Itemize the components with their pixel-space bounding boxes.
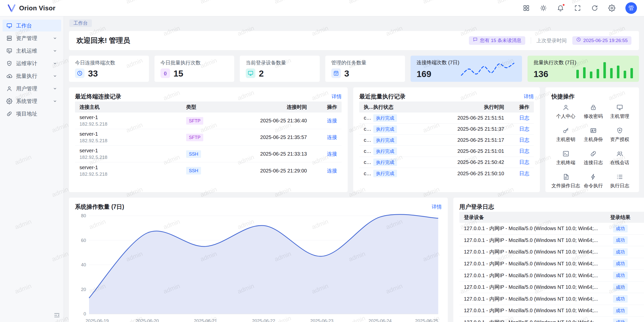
table-row: 127.0.0.1 - 内网IP - Mozilla/5.0 (Windows … [459,281,644,293]
log-link[interactable]: 日志 [519,148,529,154]
host-ip: 182.92.5.218 [79,171,186,178]
table-row: color 执行完成 2025-06-25 21:50:10 日志 [359,168,534,179]
password-icon [590,104,597,111]
exec-desc: color [364,148,373,154]
table-row: 127.0.0.1 - 内网IP - Mozilla/5.0 (Windows … [459,270,644,281]
connect-link[interactable]: 连接 [327,168,337,173]
connect-link[interactable]: 连接 [327,134,337,140]
link-icon [6,111,12,117]
last-login-label: 上次登录时间 [537,37,567,44]
status-tag: 执行完成 [373,136,397,144]
apps-icon[interactable] [523,5,530,12]
protocol-tag: SFTP [186,117,203,125]
connect-link[interactable]: 连接 [327,118,337,123]
panel-title: 快捷操作 [551,93,575,100]
exec-desc: color [364,171,373,176]
quick-action-key[interactable]: 主机密钥 [551,127,580,143]
table-row: server-1 182.92.5.218 SSH 2025-06-25 21:… [75,146,342,162]
result-tag: 成功 [613,307,628,314]
system-icon [6,98,12,104]
quick-action-monitor[interactable]: 主机管理 [607,104,633,120]
sidebar-collapse-button[interactable] [54,312,60,318]
log-link[interactable]: 日志 [519,126,529,132]
session-icon [616,150,623,157]
unread-messages-badge[interactable]: 您有 15 条未读消息 [469,36,525,45]
quick-action-password[interactable]: 修改密码 [580,104,607,120]
app-layout: 工作台 资产管理 主机运维 运维审计 批量执行 用户管理 系统管理 项目地址 [0,16,644,322]
table-row: 127.0.0.1 - 内网IP - Mozilla/5.0 (Windows … [459,223,644,235]
sidebar-item-system[interactable]: 系统管理 [3,95,61,107]
welcome-title: 欢迎回来! 管理员 [76,36,130,45]
quick-action-user[interactable]: 个人中心 [551,104,580,120]
quick-action-identity[interactable]: 主机身份 [580,127,607,143]
clock-icon [576,36,581,45]
app-title: Orion Visor [19,4,55,12]
user-avatar[interactable]: 管 [625,2,637,14]
file-log-icon [562,173,569,180]
key-icon [562,127,569,134]
message-icon [473,36,478,45]
svg-text:2025-06-25: 2025-06-25 [415,318,438,322]
log-link[interactable]: 日志 [519,137,529,143]
quick-action-link-log[interactable]: 连接日志 [580,150,607,166]
quick-action-grant[interactable]: 资产授权 [607,127,633,143]
sidebar-item-audit[interactable]: 运维审计 [3,57,61,69]
trend-card: 连接终端次数 (7日) 169 [411,56,522,82]
sidebar-item-users[interactable]: 用户管理 [3,83,61,94]
quick-action-file-log[interactable]: 文件操作日志 [551,173,580,189]
result-tag: 成功 [613,318,628,322]
stat-card: 当前登录设备数量 2 [240,56,320,82]
exec-time: 2025-06-25 21:51:01 [421,148,504,154]
breadcrumb: 工作台 [69,19,638,27]
terminal-icon [562,150,569,157]
login-time: 2025-03-29 17:42:50 [639,284,644,290]
sidebar-item-host-ops[interactable]: 主机运维 [3,45,61,57]
notifications-icon[interactable] [557,5,564,12]
connect-link[interactable]: 连接 [327,151,337,157]
quick-action-command[interactable]: 命令执行 [580,173,607,189]
refresh-icon[interactable] [591,5,598,12]
status-tag: 执行完成 [373,125,397,133]
terminal-table-head: 连接主机类型连接时间操作 [75,101,342,113]
sidebar-item-workbench[interactable]: 工作台 [3,20,61,31]
sidebar-item-batch[interactable]: 批量执行 [3,70,61,82]
svg-text:2025-06-20: 2025-06-20 [136,318,159,322]
terminal-detail-link[interactable]: 详情 [332,93,342,100]
sidebar-item-link[interactable]: 项目地址 [3,108,61,120]
panel-title: 用户登录日志 [459,203,494,211]
panel-title: 最近终端连接记录 [75,93,121,100]
settings-icon[interactable] [608,5,615,12]
column-header: 类型 [186,104,224,111]
log-link[interactable]: 日志 [519,115,529,121]
column-header: 登录结果 [601,214,639,221]
quick-action-session[interactable]: 在线会话 [607,150,633,166]
chart-detail-link[interactable]: 详情 [432,203,442,210]
login-device: 127.0.0.1 - 内网IP - Mozilla/5.0 (Windows … [464,225,601,232]
result-tag: 成功 [613,272,628,279]
table-row: 127.0.0.1 - 内网IP - Mozilla/5.0 (Windows … [459,317,644,322]
divider [531,37,531,44]
quick-action-terminal[interactable]: 主机终端 [551,150,580,166]
sidebar-item-assets[interactable]: 资产管理 [3,32,61,44]
bar-sparkline [576,60,633,78]
quick-action-exec-log[interactable]: 执行日志 [607,173,633,189]
exec-desc: color [364,137,373,143]
log-link[interactable]: 日志 [519,171,529,176]
brand[interactable]: Orion Visor [7,4,55,13]
login-time: 2025-03-22 00:42:34 [639,308,644,313]
fullscreen-icon[interactable] [574,5,581,12]
log-link[interactable]: 日志 [519,159,529,165]
batch-records-panel: 最近批量执行记录 详情 执行描述执行状态执行时间操作 color 执行完成 20… [353,87,540,192]
breadcrumb-item[interactable]: 工作台 [69,19,92,27]
column-header: 执行描述 [364,104,373,111]
login-device: 127.0.0.1 - 内网IP - Mozilla/5.0 (Windows … [464,307,601,314]
table-row: 127.0.0.1 - 内网IP - Mozilla/5.0 (Windows … [459,305,644,317]
welcome-right: 您有 15 条未读消息 上次登录时间 2025-06-25 19:26:55 [469,36,631,45]
host-ip: 182.92.5.218 [79,137,186,144]
batch-detail-link[interactable]: 详情 [524,93,534,100]
theme-icon[interactable] [540,5,547,12]
app-logo-icon [7,4,16,13]
login-device: 127.0.0.1 - 内网IP - Mozilla/5.0 (Windows … [464,319,601,322]
table-row: 127.0.0.1 - 内网IP - Mozilla/5.0 (Windows … [459,235,644,246]
braces-icon: {} [160,68,170,78]
